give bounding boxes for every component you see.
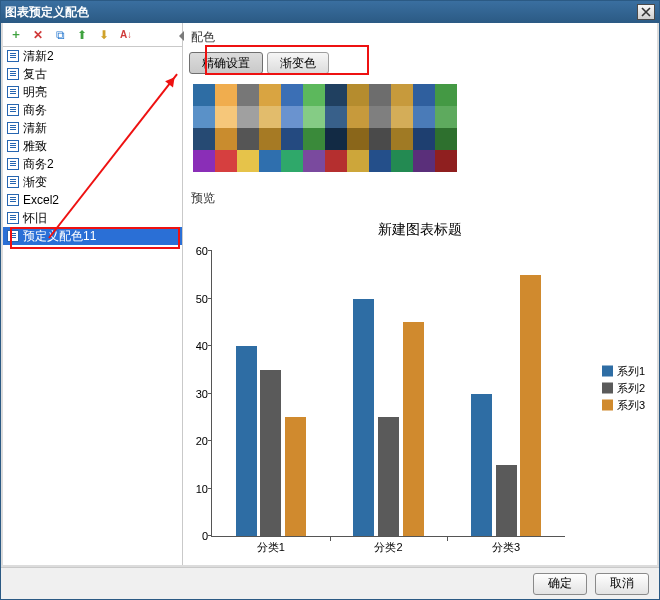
color-swatch[interactable]: [281, 128, 303, 150]
color-swatch[interactable]: [369, 106, 391, 128]
color-swatch[interactable]: [215, 150, 237, 172]
list-item[interactable]: 复古: [3, 65, 182, 83]
legend-label: 系列2: [617, 381, 645, 396]
list-item[interactable]: Excel2: [3, 191, 182, 209]
sort-icon[interactable]: A↓: [119, 28, 133, 42]
list-item-label: 商务: [23, 102, 47, 119]
color-swatch[interactable]: [259, 106, 281, 128]
color-swatch[interactable]: [303, 106, 325, 128]
close-button[interactable]: [637, 4, 655, 20]
color-swatch[interactable]: [369, 128, 391, 150]
tab-precise[interactable]: 精确设置: [189, 52, 263, 74]
color-swatch[interactable]: [193, 128, 215, 150]
color-swatch[interactable]: [237, 84, 259, 106]
color-swatch[interactable]: [303, 128, 325, 150]
bar: [285, 417, 306, 536]
list-item-label: 清新2: [23, 48, 54, 65]
color-swatch[interactable]: [325, 150, 347, 172]
document-icon: [7, 194, 19, 206]
copy-icon[interactable]: ⧉: [53, 28, 67, 42]
plot-area: 0102030405060分类1分类2分类3: [211, 251, 565, 537]
color-swatch[interactable]: [259, 84, 281, 106]
list-item-label: 商务2: [23, 156, 54, 173]
color-swatch[interactable]: [259, 128, 281, 150]
delete-icon[interactable]: ✕: [31, 28, 45, 42]
bar: [378, 417, 399, 536]
cancel-button[interactable]: 取消: [595, 573, 649, 595]
tab-gradient[interactable]: 渐变色: [267, 52, 329, 74]
color-swatch[interactable]: [215, 106, 237, 128]
color-swatch[interactable]: [347, 106, 369, 128]
color-palette[interactable]: [193, 84, 457, 172]
color-swatch[interactable]: [193, 150, 215, 172]
document-icon: [7, 176, 19, 188]
legend-label: 系列3: [617, 398, 645, 413]
list-item[interactable]: 明亮: [3, 83, 182, 101]
bar: [520, 275, 541, 536]
color-swatch[interactable]: [369, 150, 391, 172]
list-item-label: 渐变: [23, 174, 47, 191]
color-swatch[interactable]: [413, 84, 435, 106]
color-swatch[interactable]: [237, 150, 259, 172]
list-item-label: 明亮: [23, 84, 47, 101]
color-swatch[interactable]: [303, 84, 325, 106]
list-item[interactable]: 商务: [3, 101, 182, 119]
color-swatch[interactable]: [413, 150, 435, 172]
list-item[interactable]: 雅致: [3, 137, 182, 155]
color-swatch[interactable]: [259, 150, 281, 172]
list-item[interactable]: 商务2: [3, 155, 182, 173]
color-swatch[interactable]: [193, 84, 215, 106]
document-icon: [7, 50, 19, 62]
color-swatch[interactable]: [413, 106, 435, 128]
color-swatch[interactable]: [237, 128, 259, 150]
color-swatch[interactable]: [325, 128, 347, 150]
color-swatch[interactable]: [325, 84, 347, 106]
color-swatch[interactable]: [237, 106, 259, 128]
list-item[interactable]: 清新: [3, 119, 182, 137]
color-swatch[interactable]: [391, 128, 413, 150]
color-swatch[interactable]: [435, 128, 457, 150]
color-swatch[interactable]: [413, 128, 435, 150]
color-swatch[interactable]: [193, 106, 215, 128]
preset-list[interactable]: 清新2复古明亮商务清新雅致商务2渐变Excel2怀旧预定义配色11: [3, 47, 182, 565]
color-swatch[interactable]: [303, 150, 325, 172]
legend-item: 系列1: [602, 364, 645, 379]
color-swatch[interactable]: [347, 128, 369, 150]
move-up-icon[interactable]: ⬆: [75, 28, 89, 42]
color-swatch[interactable]: [347, 150, 369, 172]
color-swatch[interactable]: [215, 84, 237, 106]
list-item-label: 雅致: [23, 138, 47, 155]
color-swatch[interactable]: [281, 106, 303, 128]
color-swatch[interactable]: [369, 84, 391, 106]
y-tick-label: 10: [196, 483, 212, 495]
color-swatch[interactable]: [347, 84, 369, 106]
document-icon: [7, 104, 19, 116]
list-item-label: 预定义配色11: [23, 228, 96, 245]
legend-item: 系列3: [602, 398, 645, 413]
bar: [260, 370, 281, 536]
document-icon: [7, 230, 19, 242]
move-down-icon[interactable]: ⬇: [97, 28, 111, 42]
list-item[interactable]: 怀旧: [3, 209, 182, 227]
list-item[interactable]: 预定义配色11: [3, 227, 182, 245]
x-tick-label: 分类3: [492, 536, 520, 555]
expand-handle[interactable]: [177, 29, 187, 43]
color-swatch[interactable]: [281, 84, 303, 106]
cancel-label: 取消: [610, 575, 634, 592]
color-swatch[interactable]: [281, 150, 303, 172]
ok-button[interactable]: 确定: [533, 573, 587, 595]
color-swatch[interactable]: [325, 106, 347, 128]
color-swatch[interactable]: [391, 84, 413, 106]
color-swatch[interactable]: [391, 150, 413, 172]
color-swatch[interactable]: [391, 106, 413, 128]
ok-label: 确定: [548, 575, 572, 592]
list-item[interactable]: 渐变: [3, 173, 182, 191]
color-swatch[interactable]: [435, 150, 457, 172]
document-icon: [7, 122, 19, 134]
x-tick-label: 分类2: [374, 536, 402, 555]
color-swatch[interactable]: [435, 84, 457, 106]
color-swatch[interactable]: [215, 128, 237, 150]
add-icon[interactable]: ＋: [9, 28, 23, 42]
list-item[interactable]: 清新2: [3, 47, 182, 65]
color-swatch[interactable]: [435, 106, 457, 128]
